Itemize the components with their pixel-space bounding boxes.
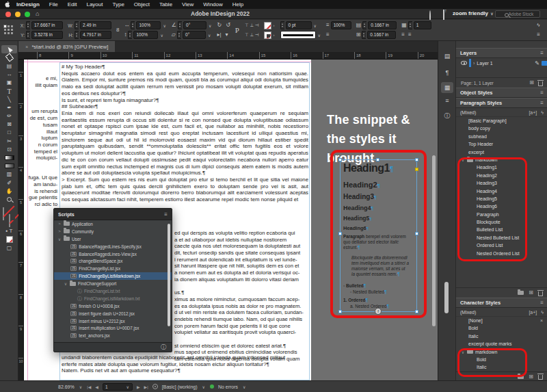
frame-handle[interactable] xyxy=(415,310,418,313)
gutter-stepper[interactable] xyxy=(362,31,366,39)
height-field[interactable]: 4.7917 in xyxy=(80,31,111,39)
paragraph-style-item[interactable]: Heading4 xyxy=(456,187,547,195)
scripts-panel[interactable]: Scripts ≡ >Application >Community ∨User … xyxy=(53,208,172,352)
paragraph-style-item[interactable]: excerpt xyxy=(456,148,547,156)
paragraph-style-item[interactable]: Nested Ordered List xyxy=(456,250,547,257)
stroke-weight-field[interactable]: 0 pt xyxy=(286,21,312,29)
scale-x-stepper[interactable] xyxy=(131,21,135,29)
script-text-file[interactable]: ⓘFindChangeListMarkdown.txt xyxy=(54,295,172,302)
menu-item[interactable]: File xyxy=(44,0,63,9)
align-paragraph-icons[interactable]: ≡ xyxy=(326,21,330,29)
reference-point-proxy[interactable] xyxy=(4,25,14,35)
delete-layer-button[interactable] xyxy=(538,81,543,86)
character-styles-panel-header[interactable]: Character Styles ≡ xyxy=(456,298,547,308)
apply-none-button[interactable] xyxy=(1,235,17,244)
paragraph-style-item[interactable]: Blockquote xyxy=(456,218,547,226)
paragraph-style-item[interactable]: Paragraph xyxy=(456,211,547,218)
fill-box-none[interactable] xyxy=(3,207,4,220)
gap-tool[interactable]: ↔ xyxy=(1,70,17,79)
paragraph-style-item[interactable]: Ordered List xyxy=(456,241,547,249)
new-layer-button[interactable]: ⊞ xyxy=(529,80,534,86)
direct-selection-tool[interactable] xyxy=(1,53,17,62)
select-container-icon[interactable]: P xyxy=(235,26,239,34)
panel-menu-icon[interactable]: ≡ xyxy=(164,211,168,218)
style-group-markdown[interactable]: ∨ markdown xyxy=(456,348,547,356)
document-scrollbar[interactable] xyxy=(432,155,436,326)
scale-y-field[interactable]: 100% xyxy=(133,31,158,39)
frame-handle[interactable] xyxy=(415,232,418,235)
preflight-profile[interactable]: [Basic] (working) xyxy=(162,384,198,389)
stroke-box-none[interactable] xyxy=(9,214,10,227)
last-page-button[interactable]: ▶| xyxy=(144,384,148,389)
width-field[interactable]: 2.49 in xyxy=(80,21,111,29)
columns-field[interactable]: 1 xyxy=(414,21,431,29)
character-style-item[interactable]: Italic xyxy=(456,332,547,340)
shear-field[interactable]: 0° xyxy=(183,31,206,39)
script-item[interactable]: JStext_anchors.jsx xyxy=(54,332,172,339)
paragraph-style-item[interactable]: Top Header xyxy=(456,140,547,148)
free-transform-tool[interactable]: ⊡ xyxy=(1,145,17,153)
close-tab-icon[interactable]: × xyxy=(25,44,28,50)
flip-horizontal-button[interactable]: ▸| xyxy=(217,31,221,39)
script-folder-findchangesupport[interactable]: ∨FindChangeSupport xyxy=(54,280,172,287)
inset-stepper[interactable] xyxy=(362,21,366,29)
scale-x-field[interactable]: 100% xyxy=(136,21,161,29)
panel-menu-icon[interactable]: ≡ xyxy=(540,100,544,106)
script-folder-community[interactable]: >Community xyxy=(54,228,172,235)
zoom-tool[interactable] xyxy=(1,195,17,203)
errors-status[interactable]: No errors xyxy=(218,384,238,389)
scripts-panel-header[interactable]: Scripts ≡ xyxy=(54,209,172,220)
character-style-item[interactable]: excerpt quote marks xyxy=(456,340,547,348)
inset-field[interactable]: 0.1667 in xyxy=(368,21,397,29)
gutter-field[interactable]: 0.1667 in xyxy=(367,31,396,39)
note-tool[interactable]: ▥ xyxy=(1,170,17,179)
scripts-scrollbar[interactable] xyxy=(168,224,170,326)
next-page-button[interactable]: ▶ xyxy=(137,384,140,389)
horizontal-ruler[interactable]: 891011121314151617181920 xyxy=(18,52,438,60)
snippet-frame[interactable]: Heading1¶ Heading2¶ Heading3¶ Heading4¶ … xyxy=(340,159,417,312)
script-item[interactable]: JSinsert figure dash U+2012.jsx xyxy=(54,310,172,317)
menu-item[interactable]: Type xyxy=(108,0,129,9)
rotate-cw-button[interactable]: ↻ xyxy=(217,21,222,29)
x-field[interactable]: 17.6667 in xyxy=(31,21,63,29)
columns-stepper[interactable] xyxy=(408,21,412,29)
frame-handle[interactable] xyxy=(338,158,342,161)
gradient-feather-tool[interactable] xyxy=(1,162,17,170)
new-style-group-button[interactable] xyxy=(518,375,524,379)
paragraph-panel-icon[interactable]: ¶ xyxy=(441,67,453,78)
frame-handle[interactable] xyxy=(338,310,342,313)
menu-item[interactable]: View xyxy=(177,0,198,9)
chevron-down-icon[interactable]: ∨ xyxy=(208,23,212,28)
paragraph-style-item[interactable]: subhead xyxy=(456,133,547,140)
document-tab[interactable]: × *start.indd @ 83% [GPU Preview] xyxy=(18,41,115,52)
stroke-panel-icon[interactable]: ≡ xyxy=(441,95,453,106)
layer-row[interactable]: › Layer 1 ✎ xyxy=(456,58,547,68)
script-item[interactable]: JSinsert multiplication U+00D7.jsx xyxy=(54,324,172,332)
text-frame-icons[interactable]: ≡ xyxy=(401,31,405,39)
chevron-down-icon[interactable]: ∨ xyxy=(242,384,246,389)
stroke-style-field[interactable] xyxy=(280,31,316,39)
frame-handle[interactable] xyxy=(415,158,418,161)
paragraph-style-item[interactable]: [Basic Paragraph] xyxy=(456,117,547,125)
paragraph-style-item[interactable]: Heading1 xyxy=(456,164,547,171)
chevron-down-icon[interactable]: ∨ xyxy=(207,33,211,38)
lightning-icon[interactable]: ϟ xyxy=(541,310,544,315)
lightning-icon[interactable]: ϟ xyxy=(541,110,544,115)
gradient-tool[interactable] xyxy=(1,153,17,161)
script-item[interactable]: JSchangeBlendSpace.jsx xyxy=(54,257,172,265)
script-item[interactable]: JSinsert minus U+2212.jsx xyxy=(54,317,172,325)
paragraph-style-item[interactable]: Heading3 xyxy=(456,179,547,187)
overflow-icon[interactable]: › xyxy=(273,33,276,37)
chevron-down-icon[interactable]: ∨ xyxy=(317,33,321,38)
y-field[interactable]: 3.5278 in xyxy=(31,31,63,39)
menu-item[interactable]: Table xyxy=(155,0,177,9)
content-collector-tool[interactable]: ▣ xyxy=(1,79,17,87)
panel-menu-icon[interactable]: ≡ xyxy=(540,300,544,306)
script-item[interactable]: JSFindChangeByList.jsx xyxy=(54,265,172,272)
previous-page-button[interactable]: ◀ xyxy=(95,384,98,389)
zoom-window-button[interactable] xyxy=(25,12,30,17)
corner-options-handle[interactable] xyxy=(415,168,418,171)
x-stepper[interactable] xyxy=(26,21,30,29)
delete-style-button[interactable] xyxy=(538,375,543,380)
distribute-icons[interactable]: ⊤ ⊥ ⊣ xyxy=(245,31,259,39)
